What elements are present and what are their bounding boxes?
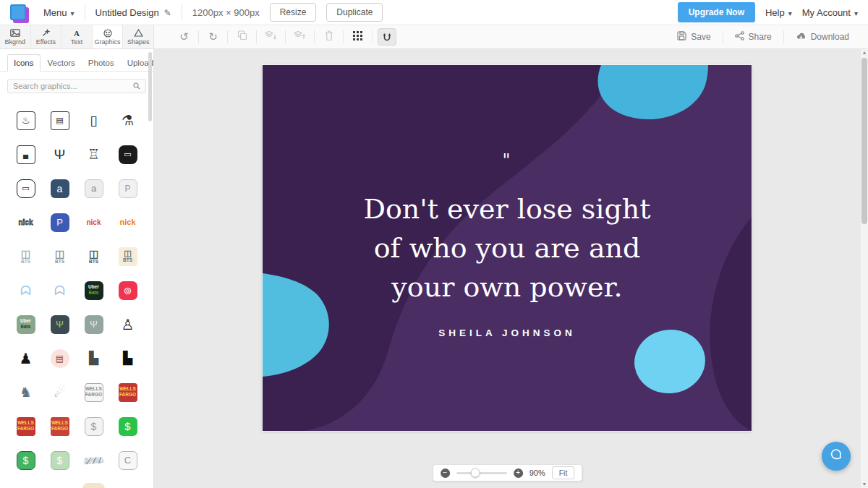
wells-fargo-mini-icon[interactable]: WELLSFARGO (43, 409, 77, 443)
grid-button[interactable] (344, 25, 372, 49)
wells-fargo-red-icon[interactable]: WELLSFARGO (111, 375, 145, 409)
duplicate-element-button[interactable] (228, 25, 256, 49)
bank-of-america-beige-flag-icon[interactable] (82, 483, 105, 488)
amazon-gray-icon[interactable]: a (77, 171, 111, 205)
tab-shapes[interactable]: Shapes (123, 25, 154, 48)
undo-button[interactable]: ↺ (170, 25, 198, 49)
download-button[interactable]: Download (784, 32, 861, 43)
ghost-chasing-runner-icon[interactable]: ᗣ (9, 273, 43, 307)
storybook-icon[interactable]: ▤ (43, 341, 77, 375)
upgrade-now-button[interactable]: Upgrade Now (678, 2, 755, 22)
folder-black-icon[interactable]: ▭ (111, 137, 145, 171)
send-backward-button[interactable] (257, 25, 285, 49)
amazon-navy-icon[interactable]: a (43, 171, 77, 205)
bank-of-america-muted-flag-icon[interactable] (111, 477, 145, 488)
graphics-sidebar: Icons Vectors Photos Uploads ♨▤▯⚗▄Ψ♖▭▭aa… (0, 49, 154, 488)
duplicate-button[interactable]: Duplicate (326, 3, 383, 22)
share-button[interactable]: Share (723, 31, 783, 43)
slipping-hazard-icon[interactable]: ☄ (43, 375, 77, 409)
tab-background[interactable]: Bkgrnd (0, 25, 31, 48)
fit-button[interactable]: Fit (552, 466, 575, 479)
rooster-icon[interactable]: ♞ (9, 375, 43, 409)
bts-light-icon[interactable]: ◫BTS (9, 239, 43, 273)
sidebar-scrollbar[interactable] (148, 52, 152, 121)
download-cloud-icon (796, 32, 807, 43)
bank-of-america-flag-icon[interactable] (9, 477, 43, 488)
dump-truck-filled-icon[interactable]: ▙ (111, 341, 145, 375)
stove-oven-icon[interactable]: ♨ (9, 103, 43, 137)
paypal-blue-icon[interactable]: P (43, 205, 77, 239)
tab-icons[interactable]: Icons (7, 54, 41, 72)
tab-graphics[interactable]: Graphics (93, 25, 124, 48)
zoom-slider[interactable] (456, 472, 507, 474)
share-icon (735, 31, 744, 43)
uber-eats-green-icon[interactable]: UberEats (9, 307, 43, 341)
redo-button[interactable]: ↻ (199, 25, 227, 49)
person-spotlight-icon[interactable]: ♙ (111, 307, 145, 341)
zoom-in-button[interactable]: + (514, 468, 523, 478)
tab-photos[interactable]: Photos (82, 55, 120, 71)
bts-gray-icon[interactable]: ◫BTS (43, 239, 77, 273)
attribution-text[interactable]: SHEILA JOHNSON (263, 328, 752, 338)
nick-orange-icon[interactable]: nick (111, 205, 145, 239)
ghost-and-runner-icon[interactable]: ᗣ (43, 273, 77, 307)
uber-eats-dark-icon[interactable]: UberEats (77, 273, 111, 307)
edit-tools: ↺ ↻ (170, 25, 401, 48)
quote-text[interactable]: Don't ever lose sight of who you are and… (263, 189, 752, 307)
folder-outline-icon[interactable]: ▭ (9, 171, 43, 205)
cookbook-icon[interactable]: ▤ (43, 103, 77, 137)
bts-beige-icon[interactable]: ◫BTS (111, 239, 145, 273)
snap-button[interactable] (373, 25, 401, 49)
app-logo-icon[interactable] (10, 4, 26, 20)
dump-truck-icon[interactable]: ▙ (77, 341, 111, 375)
nick-red-icon[interactable]: nick (77, 205, 111, 239)
cash-app-gray-icon[interactable]: $ (77, 409, 111, 443)
scrollbar-thumb[interactable] (861, 58, 867, 224)
resize-button[interactable]: Resize (270, 3, 317, 22)
cutting-board-icon[interactable]: ▯ (77, 103, 111, 137)
bank-building-icon[interactable]: ♖ (77, 137, 111, 171)
scroll-down-arrow-icon[interactable]: ▼ (861, 481, 868, 488)
cutlery-emblem-icon[interactable]: Ψ (43, 137, 77, 171)
cash-app-sketch-icon[interactable]: $ (9, 443, 43, 477)
design-canvas[interactable]: " Don't ever lose sight of who you are a… (263, 65, 752, 431)
quote-mark-text[interactable]: " (263, 150, 752, 171)
scroll-up-arrow-icon[interactable]: ▲ (861, 49, 868, 56)
inshot-icon[interactable]: ⊚ (111, 273, 145, 307)
copy-icon (237, 30, 247, 43)
search-graphics-input[interactable] (13, 82, 133, 90)
design-title[interactable]: Untitled Design (95, 7, 171, 18)
bank-flag-gray-icon[interactable] (77, 443, 111, 477)
save-button[interactable]: Save (665, 31, 722, 43)
uber-eats-fork-gray-icon[interactable]: Ψ (77, 307, 111, 341)
bring-forward-button[interactable] (286, 25, 314, 49)
bank-of-america-dark-flag-icon[interactable] (43, 477, 77, 488)
bts-dark-icon[interactable]: ◫BTS (77, 239, 111, 273)
zoom-out-button[interactable]: − (441, 468, 450, 478)
chevron-down-icon (854, 7, 858, 18)
tab-text[interactable]: A Text (61, 25, 93, 48)
design-title-text: Untitled Design (95, 7, 159, 18)
edit-pencil-icon[interactable] (164, 7, 171, 18)
bread-box-icon[interactable]: ▄ (9, 137, 43, 171)
paypal-gray-icon[interactable]: P (111, 171, 145, 205)
zoom-slider-handle[interactable] (471, 468, 480, 478)
help-beacon-button[interactable] (822, 442, 851, 471)
tab-effects[interactable]: Effects (31, 25, 62, 48)
wells-fargo-outline-icon[interactable]: WELLSFARGO (77, 375, 111, 409)
letter-c-icon[interactable]: C (111, 443, 145, 477)
delete-button[interactable] (315, 25, 343, 49)
help-dropdown[interactable]: Help (765, 7, 792, 18)
nick-outline-icon[interactable]: nick (9, 205, 43, 239)
my-account-dropdown[interactable]: My Account (802, 7, 858, 18)
hookah-icon[interactable]: ⚗ (111, 103, 145, 137)
tab-vectors[interactable]: Vectors (42, 55, 81, 71)
wells-fargo-square-icon[interactable]: WELLSFARGO (9, 409, 43, 443)
menu-dropdown[interactable]: Menu (43, 7, 75, 18)
zoom-bar: − + 90% Fit (433, 464, 583, 481)
cash-app-green-icon[interactable]: $ (111, 409, 145, 443)
uber-eats-fork-dark-icon[interactable]: Ψ (43, 307, 77, 341)
page-scrollbar[interactable]: ▲ ▼ (861, 49, 868, 488)
person-platform-icon[interactable]: ♟ (9, 341, 43, 375)
cash-app-pale-icon[interactable]: $ (43, 443, 77, 477)
